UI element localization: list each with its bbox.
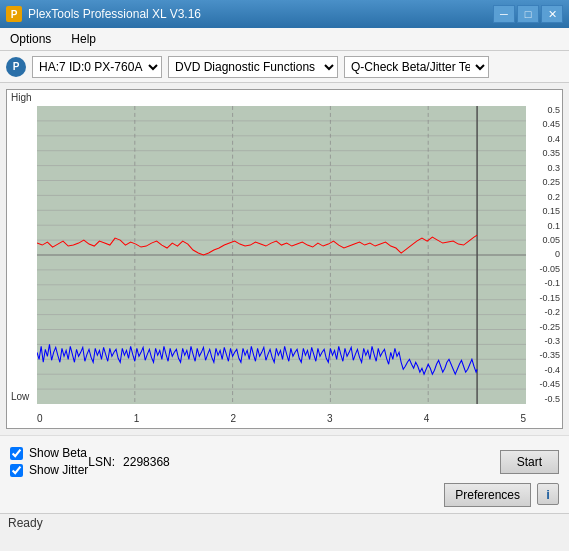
chart-svg: [37, 106, 526, 404]
show-beta-row: Show Beta: [10, 446, 88, 460]
device-icon: P: [6, 57, 26, 77]
chart-area: High Low: [6, 89, 563, 429]
minimize-button[interactable]: ─: [493, 5, 515, 23]
preferences-button[interactable]: Preferences: [444, 483, 531, 507]
device-select[interactable]: HA:7 ID:0 PX-760A: [32, 56, 162, 78]
lsn-section: LSN: 2298368: [88, 455, 499, 469]
menu-help[interactable]: Help: [65, 30, 102, 48]
test-select[interactable]: Q-Check Beta/Jitter Test: [344, 56, 489, 78]
bottom-panel: Show Beta Show Jitter LSN: 2298368 Start…: [0, 435, 569, 513]
y-axis-right: 0.5 0.45 0.4 0.35 0.3 0.25 0.2 0.15 0.1 …: [528, 106, 562, 404]
show-jitter-label: Show Jitter: [29, 463, 88, 477]
window-controls: ─ □ ✕: [493, 5, 563, 23]
toolbar: P HA:7 ID:0 PX-760A DVD Diagnostic Funct…: [0, 51, 569, 83]
show-beta-label: Show Beta: [29, 446, 87, 460]
app-icon: P: [6, 6, 22, 22]
lsn-label: LSN:: [88, 455, 115, 469]
chart-label-high: High: [11, 92, 32, 103]
status-bar: Ready: [0, 513, 569, 532]
x-axis: 0 1 2 3 4 5: [37, 413, 526, 424]
window-title: PlexTools Professional XL V3.16: [28, 7, 493, 21]
status-text: Ready: [8, 516, 43, 530]
function-select[interactable]: DVD Diagnostic Functions: [168, 56, 338, 78]
show-beta-checkbox[interactable]: [10, 447, 23, 460]
restore-button[interactable]: □: [517, 5, 539, 23]
menu-options[interactable]: Options: [4, 30, 57, 48]
lsn-value: 2298368: [123, 455, 170, 469]
chart-label-low: Low: [11, 391, 29, 402]
bottom-buttons: Start: [500, 450, 559, 474]
start-button[interactable]: Start: [500, 450, 559, 474]
chart-plot: [37, 106, 526, 404]
show-jitter-checkbox[interactable]: [10, 464, 23, 477]
close-button[interactable]: ✕: [541, 5, 563, 23]
title-bar: P PlexTools Professional XL V3.16 ─ □ ✕: [0, 0, 569, 28]
info-button[interactable]: i: [537, 483, 559, 505]
show-jitter-row: Show Jitter: [10, 463, 88, 477]
preferences-row: Preferences i: [10, 483, 559, 507]
menu-bar: Options Help: [0, 28, 569, 51]
bottom-row: Show Beta Show Jitter LSN: 2298368 Start: [10, 446, 559, 477]
